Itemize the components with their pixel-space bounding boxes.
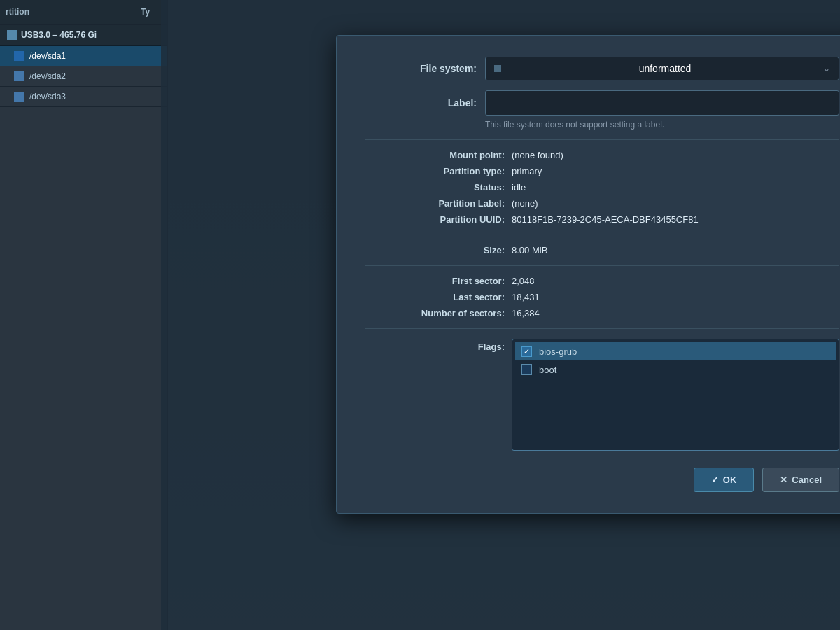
filesystem-row: File system: unformatted ⌄ xyxy=(365,57,839,80)
partition-row-sda1[interactable]: /dev/sda1 xyxy=(0,46,167,66)
fs-icon xyxy=(494,65,501,72)
type-col-header: Ty xyxy=(141,7,162,17)
mount-point-value: (none found) xyxy=(512,150,564,160)
num-sectors-row: Number of sectors: 16,384 xyxy=(365,308,839,318)
status-row: Status: idle xyxy=(365,182,839,192)
partition-uuid-label: Partition UUID: xyxy=(365,214,505,225)
last-sector-value: 18,431 xyxy=(512,292,540,302)
chevron-down-icon: ⌄ xyxy=(823,64,830,74)
size-row: Size: 8.00 MiB xyxy=(365,245,839,255)
flag-boot[interactable]: boot xyxy=(515,360,836,379)
flag-bios-grub-label: bios-grub xyxy=(539,346,577,357)
partition-col-header: rtition xyxy=(6,7,135,17)
separator-3 xyxy=(365,265,839,266)
device-icon xyxy=(7,30,17,40)
separator-1 xyxy=(365,139,839,140)
cancel-label: Cancel xyxy=(792,475,822,485)
sidebar: rtition Ty USB3.0 – 465.76 Gi /dev/sda1 … xyxy=(0,0,168,630)
flag-boot-label: boot xyxy=(539,365,556,375)
cancel-icon: ✕ xyxy=(780,475,788,485)
label-label: Label: xyxy=(365,97,477,108)
partition-label-label: Partition Label: xyxy=(365,198,505,209)
partition-row-sda3[interactable]: /dev/sda3 xyxy=(0,87,167,107)
num-sectors-label: Number of sectors: xyxy=(365,308,505,318)
filesystem-label: File system: xyxy=(365,63,477,74)
partition-name-sda1: /dev/sda1 xyxy=(29,51,66,61)
flags-label: Flags: xyxy=(365,339,505,352)
dialog-buttons: ✓ OK ✕ Cancel xyxy=(365,468,839,492)
filesystem-select[interactable]: unformatted ⌄ xyxy=(485,57,839,80)
ok-icon: ✓ xyxy=(711,475,719,485)
mount-point-label: Mount point: xyxy=(365,150,505,160)
filesystem-value: unformatted xyxy=(639,63,692,74)
device-row: USB3.0 – 465.76 Gi xyxy=(0,24,167,46)
mount-point-row: Mount point: (none found) xyxy=(365,150,839,160)
partition-name-sda3: /dev/sda3 xyxy=(29,92,66,102)
first-sector-value: 2,048 xyxy=(512,276,535,286)
partition-label-value: (none) xyxy=(512,198,538,209)
size-value: 8.00 MiB xyxy=(512,245,547,255)
separator-4 xyxy=(365,328,839,329)
flags-row: Flags: bios-grub boot xyxy=(365,339,839,451)
ok-button[interactable]: ✓ OK xyxy=(694,468,755,492)
cancel-button[interactable]: ✕ Cancel xyxy=(762,468,839,492)
label-input[interactable] xyxy=(485,90,839,115)
flags-list: bios-grub boot xyxy=(512,339,839,451)
partition-dialog: File system: unformatted ⌄ Label: This f… xyxy=(336,35,840,514)
last-sector-row: Last sector: 18,431 xyxy=(365,292,839,302)
sidebar-header: rtition Ty xyxy=(0,0,167,24)
device-name: USB3.0 – 465.76 Gi xyxy=(21,30,97,40)
flag-bios-grub[interactable]: bios-grub xyxy=(515,342,836,360)
partition-type-value: primary xyxy=(512,166,542,176)
partition-icon-sda3 xyxy=(14,92,24,102)
partition-label-row: Partition Label: (none) xyxy=(365,198,839,209)
size-label: Size: xyxy=(365,245,505,255)
dialog-overlay: File system: unformatted ⌄ Label: This f… xyxy=(161,0,840,630)
status-value: idle xyxy=(512,182,526,192)
last-sector-label: Last sector: xyxy=(365,292,505,302)
partition-type-label: Partition type: xyxy=(365,166,505,176)
partition-row-sda2[interactable]: /dev/sda2 xyxy=(0,66,167,87)
separator-2 xyxy=(365,234,839,235)
partition-uuid-row: Partition UUID: 80118F1B-7239-2C45-AECA-… xyxy=(365,214,839,225)
label-row: Label: xyxy=(365,90,839,115)
status-label: Status: xyxy=(365,182,505,192)
first-sector-row: First sector: 2,048 xyxy=(365,276,839,286)
partition-type-row: Partition type: primary xyxy=(365,166,839,176)
partition-uuid-value: 80118F1B-7239-2C45-AECA-DBF43455CF81 xyxy=(512,214,699,225)
flag-bios-grub-checkbox[interactable] xyxy=(521,346,532,357)
first-sector-label: First sector: xyxy=(365,276,505,286)
num-sectors-value: 16,384 xyxy=(512,308,540,318)
label-hint: This file system does not support settin… xyxy=(485,120,839,130)
partition-icon-sda1 xyxy=(14,51,24,61)
flag-boot-checkbox[interactable] xyxy=(521,364,532,375)
ok-label: OK xyxy=(723,475,737,485)
partition-name-sda2: /dev/sda2 xyxy=(29,71,66,81)
partition-icon-sda2 xyxy=(14,71,24,81)
